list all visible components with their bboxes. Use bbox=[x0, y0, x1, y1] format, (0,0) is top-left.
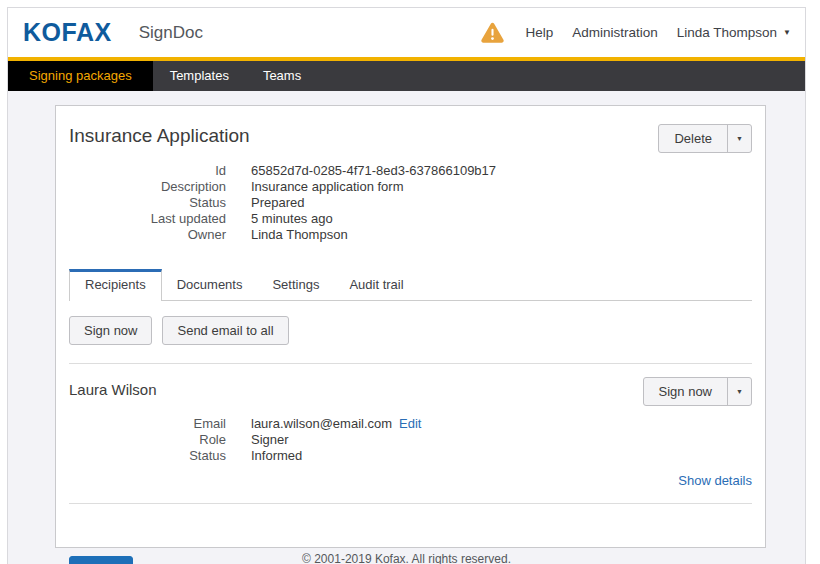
app-window: KOFAX SignDoc Help Administration Linda … bbox=[7, 7, 806, 564]
content-area: Insurance Application Delete ▼ Id 65852d… bbox=[8, 91, 805, 564]
user-name: Linda Thompson bbox=[677, 25, 777, 40]
detail-row-status: Status Prepared bbox=[69, 195, 752, 211]
detail-row-id: Id 65852d7d-0285-4f71-8ed3-637866109b17 bbox=[69, 163, 752, 179]
detail-value: Informed bbox=[251, 448, 302, 464]
detail-label: Status bbox=[69, 195, 226, 211]
package-details: Id 65852d7d-0285-4f71-8ed3-637866109b17 … bbox=[69, 163, 752, 243]
detail-row-email: Email laura.wilson@email.com Edit bbox=[69, 416, 752, 432]
recipient-header: Laura Wilson Sign now ▼ bbox=[69, 373, 752, 406]
delete-button[interactable]: Delete bbox=[659, 125, 727, 152]
divider bbox=[69, 503, 752, 504]
recipient-name: Laura Wilson bbox=[69, 381, 157, 398]
tab-recipients[interactable]: Recipients bbox=[69, 269, 162, 301]
detail-row-owner: Owner Linda Thompson bbox=[69, 227, 752, 243]
detail-value: Linda Thompson bbox=[251, 227, 348, 243]
tab-settings[interactable]: Settings bbox=[257, 270, 334, 300]
header-right: Help Administration Linda Thompson ▼ bbox=[481, 22, 791, 43]
administration-link[interactable]: Administration bbox=[572, 25, 658, 40]
warning-icon[interactable] bbox=[481, 22, 504, 43]
detail-value: Signer bbox=[251, 432, 289, 448]
tab-documents[interactable]: Documents bbox=[162, 270, 258, 300]
detail-label: Email bbox=[69, 416, 226, 432]
tab-bar: Recipients Documents Settings Audit trai… bbox=[69, 269, 752, 301]
chevron-down-icon: ▼ bbox=[783, 29, 791, 37]
nav-item-templates[interactable]: Templates bbox=[153, 61, 246, 91]
send-email-to-all-button[interactable]: Send email to all bbox=[162, 316, 288, 345]
chevron-down-icon: ▼ bbox=[736, 388, 743, 395]
detail-label: Role bbox=[69, 432, 226, 448]
card-header: Insurance Application Delete ▼ bbox=[69, 106, 752, 153]
copyright-text: © 2001-2019 Kofax. All rights reserved. bbox=[8, 552, 805, 564]
help-link[interactable]: Help bbox=[525, 25, 553, 40]
detail-value: 5 minutes ago bbox=[251, 211, 333, 227]
tab-audit-trail[interactable]: Audit trail bbox=[334, 270, 418, 300]
detail-value: Insurance application form bbox=[251, 179, 403, 195]
detail-label: Description bbox=[69, 179, 226, 195]
detail-row-role: Role Signer bbox=[69, 432, 752, 448]
edit-email-link[interactable]: Edit bbox=[399, 416, 421, 432]
recipient-details: Email laura.wilson@email.com Edit Role S… bbox=[69, 416, 752, 464]
detail-value: 65852d7d-0285-4f71-8ed3-637866109b17 bbox=[251, 163, 496, 179]
main-nav: Signing packages Templates Teams bbox=[8, 61, 805, 91]
detail-label: Last updated bbox=[69, 211, 226, 227]
divider bbox=[69, 363, 752, 364]
recipient-sign-now-split-button: Sign now ▼ bbox=[643, 377, 752, 406]
detail-label: Id bbox=[69, 163, 226, 179]
sign-now-all-button[interactable]: Sign now bbox=[69, 316, 152, 345]
recipient-sign-now-dropdown-toggle[interactable]: ▼ bbox=[727, 378, 751, 405]
detail-row-last-updated: Last updated 5 minutes ago bbox=[69, 211, 752, 227]
chevron-down-icon: ▼ bbox=[736, 135, 743, 142]
nav-item-teams[interactable]: Teams bbox=[246, 61, 318, 91]
detail-row-recipient-status: Status Informed bbox=[69, 448, 752, 464]
delete-dropdown-toggle[interactable]: ▼ bbox=[727, 125, 751, 152]
page-title: Insurance Application bbox=[69, 125, 250, 147]
product-name: SignDoc bbox=[139, 23, 203, 43]
recipient-sign-now-button[interactable]: Sign now bbox=[644, 378, 727, 405]
user-menu[interactable]: Linda Thompson ▼ bbox=[677, 25, 791, 40]
detail-value: Prepared bbox=[251, 195, 304, 211]
detail-row-description: Description Insurance application form bbox=[69, 179, 752, 195]
show-details-link[interactable]: Show details bbox=[678, 473, 752, 488]
show-details-row: Show details bbox=[69, 471, 752, 489]
recipient-actions: Sign now Send email to all bbox=[69, 316, 752, 345]
app-header: KOFAX SignDoc Help Administration Linda … bbox=[8, 8, 805, 57]
signing-package-card: Insurance Application Delete ▼ Id 65852d… bbox=[55, 105, 766, 548]
kofax-logo: KOFAX bbox=[23, 20, 112, 45]
detail-label: Status bbox=[69, 448, 226, 464]
detail-label: Owner bbox=[69, 227, 226, 243]
detail-value: laura.wilson@email.com bbox=[251, 416, 392, 432]
nav-item-signing-packages[interactable]: Signing packages bbox=[8, 61, 153, 91]
delete-split-button: Delete ▼ bbox=[658, 124, 752, 153]
